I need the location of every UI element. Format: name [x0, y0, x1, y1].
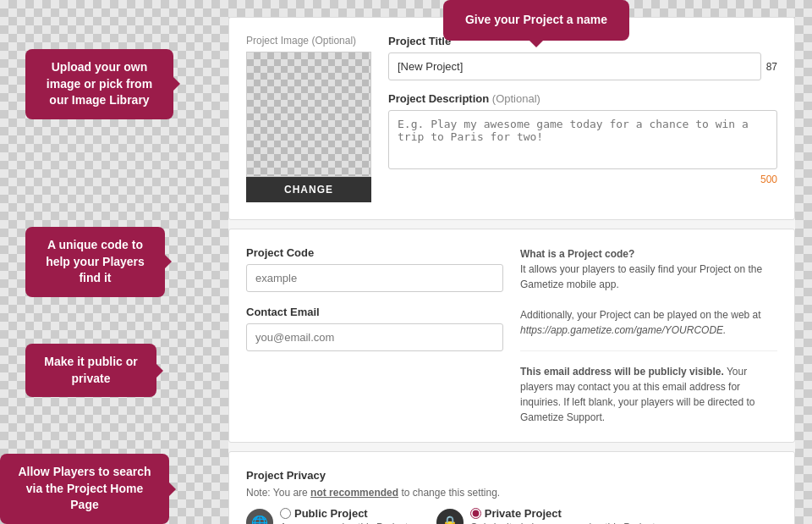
tooltip-upload-image: Upload your own image or pick from our I… [25, 49, 173, 119]
section-code-email: Project Code Contact Email What is a Pro… [228, 229, 795, 443]
code-column: Project Code Contact Email [246, 246, 503, 425]
main-form: Project Image (Optional) CHANGE Project … [228, 17, 795, 524]
public-option: 🌐 Public Project Anyone can play this Pr… [246, 507, 411, 524]
private-option: 🔒 Private Project Only invited players m… [436, 507, 658, 524]
contact-email-input[interactable] [246, 323, 503, 351]
lock-icon: 🔒 [436, 509, 464, 524]
project-title-input[interactable] [388, 52, 761, 80]
tooltip-make-public: Make it public or private [25, 344, 156, 397]
email-label: Contact Email [246, 306, 503, 318]
privacy-options: 🌐 Public Project Anyone can play this Pr… [246, 507, 777, 524]
code-info: What is a Project code? It allows your p… [520, 246, 777, 338]
description-label: Project Description (Optional) [388, 92, 777, 105]
globe-icon: 🌐 [246, 509, 273, 524]
section-image-title: Project Image (Optional) CHANGE Project … [228, 17, 795, 220]
title-desc-area: Project Title 87 Project Description (Op… [388, 35, 777, 185]
tooltip-unique-code: A unique code to help your Players find … [25, 227, 165, 297]
tooltip-give-name: Give your Project a name [443, 0, 629, 41]
project-description-input[interactable] [388, 110, 777, 169]
char-count: 87 [766, 61, 777, 73]
email-hint: This email address will be publicly visi… [520, 364, 777, 425]
private-radio[interactable] [470, 508, 481, 519]
description-max-count: 500 [760, 174, 777, 185]
image-preview [246, 52, 371, 177]
code-label: Project Code [246, 246, 503, 259]
privacy-label: Project Privacy [246, 469, 777, 482]
info-column: What is a Project code? It allows your p… [520, 246, 777, 425]
change-image-button[interactable]: CHANGE [246, 177, 371, 202]
section-privacy: Project Privacy Note: You are not recomm… [228, 451, 795, 524]
tooltip-allow-search: Allow Players to search via the Project … [0, 454, 169, 524]
image-label: Project Image (Optional) [246, 35, 371, 47]
project-code-input[interactable] [246, 264, 503, 292]
public-radio[interactable] [280, 508, 291, 519]
privacy-note: Note: You are not recommended to change … [246, 487, 777, 499]
project-image-area: Project Image (Optional) CHANGE [246, 35, 371, 202]
